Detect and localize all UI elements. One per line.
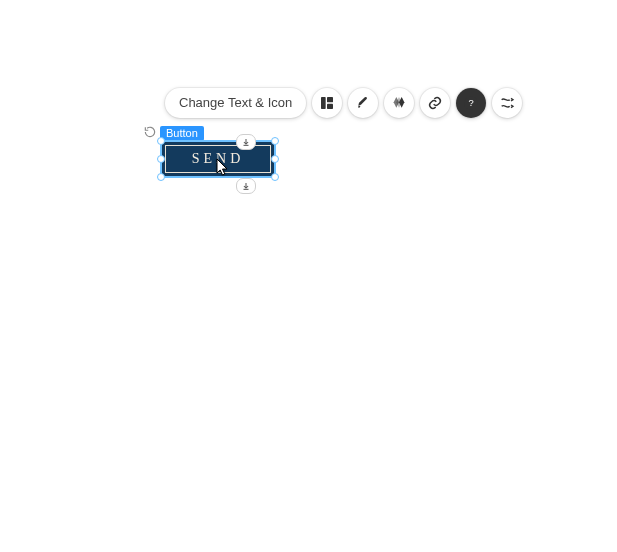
rotate-handle[interactable] xyxy=(142,126,158,142)
send-button-label: SEND xyxy=(192,151,245,167)
help-button[interactable]: ? xyxy=(456,88,486,118)
svg-rect-1 xyxy=(327,97,333,102)
stretch-handle-top[interactable] xyxy=(236,134,256,150)
help-icon: ? xyxy=(463,95,479,111)
animation-icon xyxy=(391,95,407,111)
design-button[interactable] xyxy=(348,88,378,118)
send-button-inner: SEND xyxy=(165,145,271,173)
resize-handle-middle-left[interactable] xyxy=(157,155,165,163)
resize-handle-middle-right[interactable] xyxy=(271,155,279,163)
svg-rect-0 xyxy=(321,97,326,109)
resize-handle-bottom-right[interactable] xyxy=(271,173,279,181)
change-text-and-icon-button[interactable]: Change Text & Icon xyxy=(165,88,306,118)
floating-toolbar: Change Text & Icon ? xyxy=(165,88,522,118)
resize-handle-top-left[interactable] xyxy=(157,137,165,145)
link-icon xyxy=(427,95,443,111)
rotate-icon xyxy=(143,125,157,143)
layout-button[interactable] xyxy=(312,88,342,118)
send-button[interactable]: SEND xyxy=(160,140,276,178)
paintbrush-icon xyxy=(355,95,371,111)
stretch-icon xyxy=(499,95,515,111)
svg-rect-2 xyxy=(327,104,333,109)
layout-icon xyxy=(319,95,335,111)
stretch-handle-bottom[interactable] xyxy=(236,178,256,194)
link-button[interactable] xyxy=(420,88,450,118)
animation-button[interactable] xyxy=(384,88,414,118)
stretch-down-icon xyxy=(241,177,251,195)
stretch-down-icon xyxy=(241,133,251,151)
resize-handle-top-right[interactable] xyxy=(271,137,279,145)
stretch-button[interactable] xyxy=(492,88,522,118)
selection-tag: Button xyxy=(160,126,204,141)
selected-element-wrapper: Button SEND xyxy=(160,140,280,178)
resize-handle-bottom-left[interactable] xyxy=(157,173,165,181)
svg-text:?: ? xyxy=(469,98,474,108)
